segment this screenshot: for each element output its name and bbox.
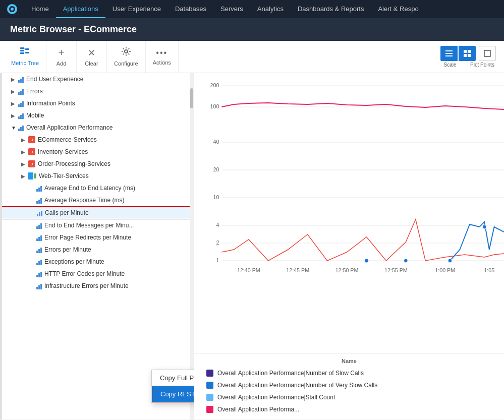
nav-servers[interactable]: Servers bbox=[213, 0, 250, 18]
java-icon: J bbox=[28, 148, 35, 155]
java-icon: J bbox=[28, 136, 35, 143]
tree-item-overall[interactable]: ▼ Overall Application Performance bbox=[0, 122, 194, 134]
tree-item-end-user[interactable]: ▶ End User Experience bbox=[0, 73, 194, 85]
actions-icon: ••• bbox=[156, 48, 167, 57]
top-nav: Home Applications User Experience Databa… bbox=[0, 0, 504, 18]
configure-button[interactable]: Configure bbox=[107, 41, 146, 73]
actions-label: Actions bbox=[153, 59, 171, 66]
arrow-icon: ▶ bbox=[21, 161, 28, 167]
app-title: Metric Browser - ECommerce bbox=[10, 24, 137, 34]
scrollbar[interactable] bbox=[190, 73, 194, 419]
tree-item-order-processing[interactable]: ▶ J Order-Processing-Services bbox=[0, 158, 194, 170]
tree-item-avg-response[interactable]: ▶ Average Response Time (ms) bbox=[0, 194, 194, 206]
tree-label-e2e-messages: End to End Messages per Minu... bbox=[44, 222, 134, 229]
svg-rect-14 bbox=[468, 50, 471, 53]
bar-chart-icon bbox=[36, 271, 42, 277]
main-container: Metric Tree + Add ✕ Clear Configure ••• … bbox=[0, 41, 504, 419]
svg-rect-15 bbox=[464, 54, 467, 57]
tree-item-info-points[interactable]: ▶ Information Points bbox=[0, 97, 194, 109]
scale-list-button[interactable] bbox=[440, 46, 458, 61]
svg-text:2: 2 bbox=[216, 239, 219, 246]
copy-full-path-item[interactable]: Copy Full Path bbox=[152, 370, 194, 386]
tree-item-web-tier[interactable]: ▶ Web-Tier-Services bbox=[0, 170, 194, 182]
tree-item-http-errors[interactable]: ▶ HTTP Error Codes per Minute bbox=[0, 268, 194, 280]
svg-text:12:55 PM: 12:55 PM bbox=[384, 267, 408, 273]
tree-label-error-page-redirects: Error Page Redirects per Minute bbox=[44, 234, 131, 241]
legend-label-0: Overall Application Performance|Number o… bbox=[217, 370, 364, 377]
actions-button[interactable]: ••• Actions bbox=[146, 41, 179, 73]
tree-item-e2e-messages[interactable]: ▶ End to End Messages per Minu... bbox=[0, 219, 194, 231]
metric-tree-button[interactable]: Metric Tree bbox=[4, 41, 46, 73]
svg-text:200: 200 bbox=[210, 82, 219, 88]
nav-dashboards[interactable]: Dashboards & Reports bbox=[291, 0, 371, 18]
tree-item-errors-per-minute[interactable]: ▶ Errors per Minute bbox=[0, 244, 194, 256]
bar-chart-icon bbox=[18, 76, 24, 83]
nav-items: Home Applications User Experience Databa… bbox=[24, 0, 426, 18]
add-icon: + bbox=[59, 47, 65, 58]
svg-text:1: 1 bbox=[216, 257, 219, 263]
nav-applications[interactable]: Applications bbox=[56, 0, 105, 18]
tree-item-calls-per-minute[interactable]: ▶ Calls per Minute bbox=[0, 206, 194, 219]
legend-color-1 bbox=[206, 382, 213, 389]
add-button[interactable]: + Add bbox=[46, 41, 77, 73]
nav-databases[interactable]: Databases bbox=[168, 0, 213, 18]
arrow-icon: ▼ bbox=[11, 125, 18, 131]
scale-label: Scale bbox=[442, 62, 458, 68]
chart-area: 200 100 40 20 10 4 2 1 bbox=[194, 73, 504, 419]
svg-point-34 bbox=[365, 259, 369, 263]
svg-rect-3 bbox=[20, 47, 24, 49]
svg-text:1:00 PM: 1:00 PM bbox=[435, 267, 455, 273]
tree-item-mobile[interactable]: ▶ Mobile bbox=[0, 109, 194, 122]
bar-chart-icon bbox=[36, 283, 42, 289]
arrow-icon: ▶ bbox=[21, 137, 28, 143]
copy-rest-url-item[interactable]: Copy REST URL bbox=[152, 386, 194, 402]
nav-user-experience[interactable]: User Experience bbox=[105, 0, 168, 18]
svg-text:40: 40 bbox=[213, 139, 219, 145]
content-area: ▶ End User Experience ▶ Errors ▶ Informa… bbox=[0, 73, 504, 419]
tree-item-exceptions[interactable]: ▶ Exceptions per Minute bbox=[0, 256, 194, 268]
scale-grid-button[interactable] bbox=[459, 46, 476, 61]
java-icon: J bbox=[28, 160, 35, 167]
metric-tree-label: Metric Tree bbox=[11, 60, 39, 66]
tree-label-ecommerce: ECommerce-Services bbox=[38, 136, 97, 143]
svg-text:100: 100 bbox=[210, 103, 219, 109]
chart-container: 200 100 40 20 10 4 2 1 bbox=[194, 73, 504, 353]
bar-chart-icon bbox=[37, 210, 42, 216]
tree-label-inventory: Inventory-Services bbox=[38, 148, 88, 155]
nav-alert[interactable]: Alert & Respo bbox=[371, 0, 425, 18]
tree-label-infrastructure-errors: Infrastructure Errors per Minute bbox=[44, 282, 129, 289]
clear-button[interactable]: ✕ Clear bbox=[77, 41, 107, 73]
tree-item-inventory[interactable]: ▶ J Inventory-Services bbox=[0, 146, 194, 158]
tree-label-overall: Overall Application Performance bbox=[26, 124, 113, 131]
tree-label-avg-response: Average Response Time (ms) bbox=[44, 197, 125, 204]
legend-area: Name Overall Application Performance|Num… bbox=[194, 353, 504, 419]
clear-label: Clear bbox=[85, 61, 98, 67]
clear-icon: ✕ bbox=[88, 47, 95, 58]
tree-item-infrastructure-errors[interactable]: ▶ Infrastructure Errors per Minute bbox=[0, 280, 194, 292]
bar-chart-icon bbox=[18, 88, 24, 95]
arrow-icon: ▶ bbox=[21, 173, 28, 179]
tree-item-errors[interactable]: ▶ Errors bbox=[0, 85, 194, 97]
bar-chart-icon bbox=[36, 222, 42, 229]
tree-item-error-page-redirects[interactable]: ▶ Error Page Redirects per Minute bbox=[0, 231, 194, 244]
scroll-indicator-left bbox=[0, 73, 2, 419]
bar-chart-icon bbox=[18, 125, 24, 131]
nav-home[interactable]: Home bbox=[24, 0, 56, 18]
arrow-icon: ▶ bbox=[11, 101, 18, 106]
scale-single-button[interactable] bbox=[479, 46, 496, 61]
view-options: Scale Plot Points bbox=[436, 41, 500, 73]
tree-item-avg-e2e[interactable]: ▶ Average End to End Latency (ms) bbox=[0, 182, 194, 194]
legend-title: Name bbox=[202, 358, 496, 364]
svg-rect-5 bbox=[20, 52, 24, 54]
svg-text:4: 4 bbox=[216, 222, 219, 228]
arrow-icon: ▶ bbox=[11, 113, 18, 118]
nav-analytics[interactable]: Analytics bbox=[250, 0, 291, 18]
metric-tree-icon bbox=[20, 47, 30, 58]
legend-item-0: Overall Application Performance|Number o… bbox=[202, 367, 496, 379]
tree-item-ecommerce[interactable]: ▶ J ECommerce-Services bbox=[0, 134, 194, 146]
plot-points-label: Plot Points bbox=[470, 62, 494, 68]
svg-point-37 bbox=[482, 225, 486, 229]
legend-label-1: Overall Application Performance|Number o… bbox=[217, 382, 377, 389]
configure-label: Configure bbox=[114, 61, 138, 67]
add-label: Add bbox=[57, 61, 67, 67]
